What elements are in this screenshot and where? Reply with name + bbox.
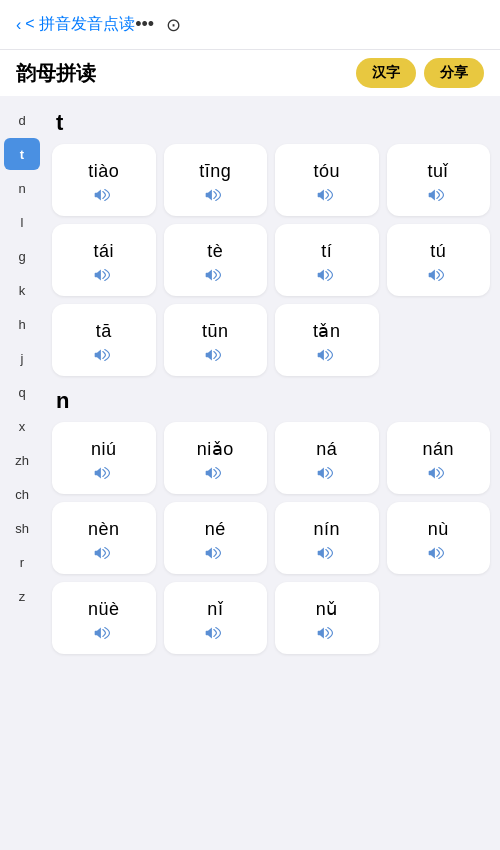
pinyin-grid-n-section: niú niǎo ná nán nèn né nín nù nüè nǐ xyxy=(52,422,490,654)
sidebar-item-x[interactable]: x xyxy=(4,410,40,442)
sidebar: dtnlgkhjqxzhchshrz xyxy=(0,96,44,850)
speaker-icon xyxy=(94,626,114,640)
content-area: ttiào tīng tóu tuǐ tái tè tí tú tā tūn xyxy=(44,96,500,850)
sidebar-item-d[interactable]: d xyxy=(4,104,40,136)
pinyin-text: nèn xyxy=(88,519,120,540)
sub-title: 韵母拼读 xyxy=(16,60,96,87)
pinyin-card[interactable]: tí xyxy=(275,224,379,296)
pinyin-text: tóu xyxy=(313,161,340,182)
more-icon[interactable]: ••• xyxy=(135,14,154,35)
pinyin-text: tè xyxy=(207,241,223,262)
pinyin-text: né xyxy=(205,519,226,540)
speaker-icon xyxy=(317,268,337,282)
pinyin-text: tiào xyxy=(88,161,119,182)
sidebar-item-n[interactable]: n xyxy=(4,172,40,204)
pinyin-card[interactable]: niǎo xyxy=(164,422,268,494)
sidebar-item-k[interactable]: k xyxy=(4,274,40,306)
pinyin-text: tuǐ xyxy=(427,160,449,182)
pinyin-grid-t-section: tiào tīng tóu tuǐ tái tè tí tú tā tūn xyxy=(52,144,490,376)
pinyin-text: tú xyxy=(430,241,446,262)
speaker-icon xyxy=(94,546,114,560)
speaker-icon xyxy=(205,268,225,282)
sub-actions: 汉字 分享 xyxy=(356,58,484,88)
pinyin-card[interactable]: tú xyxy=(387,224,491,296)
speaker-icon xyxy=(428,546,448,560)
speaker-icon xyxy=(428,268,448,282)
pinyin-card[interactable]: nǐ xyxy=(164,582,268,654)
speaker-icon xyxy=(205,626,225,640)
hanzi-button[interactable]: 汉字 xyxy=(356,58,416,88)
pinyin-text: nán xyxy=(422,439,454,460)
speaker-icon xyxy=(317,626,337,640)
speaker-icon xyxy=(317,188,337,202)
pinyin-card[interactable]: nù xyxy=(387,502,491,574)
top-bar: ‹ < 拼音发音点读 ••• ⊙ xyxy=(0,0,500,50)
pinyin-text: nín xyxy=(313,519,340,540)
pinyin-card[interactable]: nüè xyxy=(52,582,156,654)
pinyin-card[interactable]: né xyxy=(164,502,268,574)
pinyin-text: tái xyxy=(93,241,114,262)
pinyin-text: tā xyxy=(96,321,112,342)
speaker-icon xyxy=(205,466,225,480)
speaker-icon xyxy=(317,546,337,560)
back-button[interactable]: ‹ < 拼音发音点读 xyxy=(16,14,135,35)
speaker-icon xyxy=(317,466,337,480)
sidebar-item-t[interactable]: t xyxy=(4,138,40,170)
speaker-icon xyxy=(94,348,114,362)
pinyin-card[interactable]: niú xyxy=(52,422,156,494)
speaker-icon xyxy=(94,466,114,480)
sidebar-item-ch[interactable]: ch xyxy=(4,478,40,510)
speaker-icon xyxy=(205,348,225,362)
pinyin-card[interactable]: ná xyxy=(275,422,379,494)
sidebar-item-h[interactable]: h xyxy=(4,308,40,340)
top-actions: ••• ⊙ xyxy=(135,14,181,36)
section-label-n-section: n xyxy=(56,388,490,414)
pinyin-card[interactable]: tā xyxy=(52,304,156,376)
speaker-icon xyxy=(205,546,225,560)
pinyin-card[interactable]: tè xyxy=(164,224,268,296)
section-label-t-section: t xyxy=(56,110,490,136)
sidebar-item-r[interactable]: r xyxy=(4,546,40,578)
speaker-icon xyxy=(94,268,114,282)
pinyin-text: nù xyxy=(428,519,449,540)
sidebar-item-q[interactable]: q xyxy=(4,376,40,408)
sidebar-item-j[interactable]: j xyxy=(4,342,40,374)
pinyin-card[interactable]: tǎn xyxy=(275,304,379,376)
sidebar-item-zh[interactable]: zh xyxy=(4,444,40,476)
pinyin-text: niǎo xyxy=(197,438,234,460)
pinyin-text: nüè xyxy=(88,599,120,620)
pinyin-card[interactable]: nán xyxy=(387,422,491,494)
speaker-icon xyxy=(205,188,225,202)
pinyin-card[interactable]: tái xyxy=(52,224,156,296)
pinyin-card[interactable]: nǔ xyxy=(275,582,379,654)
pinyin-card[interactable]: tuǐ xyxy=(387,144,491,216)
pinyin-text: niú xyxy=(91,439,117,460)
sub-header: 韵母拼读 汉字 分享 xyxy=(0,50,500,96)
sidebar-item-z[interactable]: z xyxy=(4,580,40,612)
share-button[interactable]: 分享 xyxy=(424,58,484,88)
pinyin-text: nǔ xyxy=(316,598,338,620)
pinyin-card[interactable]: tóu xyxy=(275,144,379,216)
page-title: < 拼音发音点读 xyxy=(25,14,135,35)
pinyin-card[interactable]: nèn xyxy=(52,502,156,574)
pinyin-text: tǎn xyxy=(313,320,341,342)
sidebar-item-sh[interactable]: sh xyxy=(4,512,40,544)
pinyin-card[interactable]: nín xyxy=(275,502,379,574)
back-arrow-icon: ‹ xyxy=(16,16,21,34)
speaker-icon xyxy=(317,348,337,362)
sidebar-item-g[interactable]: g xyxy=(4,240,40,272)
pinyin-card[interactable]: tiào xyxy=(52,144,156,216)
speaker-icon xyxy=(428,466,448,480)
pinyin-text: tí xyxy=(321,241,332,262)
pinyin-card[interactable]: tīng xyxy=(164,144,268,216)
pinyin-text: tīng xyxy=(199,161,231,182)
speaker-icon xyxy=(428,188,448,202)
pinyin-card[interactable]: tūn xyxy=(164,304,268,376)
sidebar-item-l[interactable]: l xyxy=(4,206,40,238)
main-layout: dtnlgkhjqxzhchshrz ttiào tīng tóu tuǐ tá… xyxy=(0,96,500,850)
speaker-icon xyxy=(94,188,114,202)
pinyin-text: tūn xyxy=(202,321,229,342)
pinyin-text: nǐ xyxy=(207,598,223,620)
pinyin-text: ná xyxy=(316,439,337,460)
target-icon[interactable]: ⊙ xyxy=(166,14,181,36)
